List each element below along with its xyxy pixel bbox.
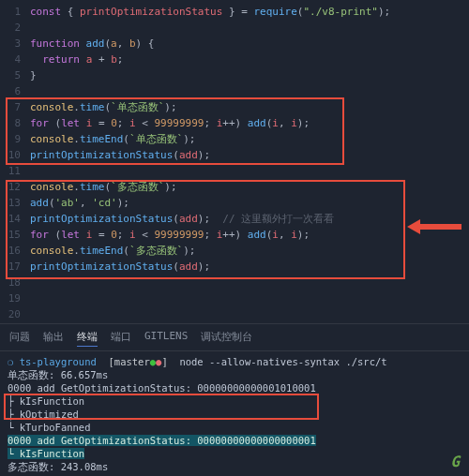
output-k3: └ kTurboFanned: [8, 421, 461, 434]
code-line[interactable]: 4 return a + b;: [0, 52, 469, 67]
code-content[interactable]: [30, 275, 469, 290]
output-status-hl: 0000 add GetOptimizationStatus: 00000000…: [8, 435, 316, 446]
code-content[interactable]: [30, 290, 469, 306]
line-number: 3: [0, 36, 30, 52]
code-content[interactable]: console.time(`多态函数`);: [30, 179, 469, 195]
line-number: 5: [0, 67, 30, 83]
code-line[interactable]: 2: [0, 20, 469, 36]
line-number: 1: [0, 4, 30, 20]
code-line[interactable]: 9console.timeEnd(`单态函数`);: [0, 131, 469, 147]
code-content[interactable]: [30, 83, 469, 99]
tab-gitlens[interactable]: GITLENS: [144, 328, 188, 347]
output-k-hl: └ kIsFunction: [8, 448, 84, 459]
line-number: 16: [0, 243, 30, 259]
panel-tabs: 问题 输出 终端 端口 GITLENS 调试控制台: [0, 324, 469, 351]
code-content[interactable]: printOptimizationStatus(add);: [30, 259, 469, 275]
terminal-command: node --allow-natives-syntax ./src/t: [179, 356, 386, 367]
code-content[interactable]: printOptimizationStatus(add);: [30, 147, 469, 163]
line-number: 7: [0, 99, 30, 115]
code-line[interactable]: 13add('ab', 'cd');: [0, 195, 469, 211]
watermark-icon: G: [450, 453, 460, 470]
line-number: 17: [0, 259, 30, 275]
code-content[interactable]: function add(a, b) {: [30, 36, 469, 52]
code-content[interactable]: console.time(`单态函数`);: [30, 99, 469, 115]
git-branch: [master●●]: [102, 356, 174, 367]
code-line[interactable]: 18: [0, 275, 469, 290]
code-line[interactable]: 16console.timeEnd(`多态函数`);: [0, 243, 469, 259]
code-line[interactable]: 6: [0, 83, 469, 99]
line-number: 10: [0, 147, 30, 163]
line-number: 14: [0, 211, 30, 227]
code-line[interactable]: 3function add(a, b) {: [0, 36, 469, 52]
code-line[interactable]: 1const { printOptimizationStatus } = req…: [0, 4, 469, 20]
output-status-1: 0000 add GetOptimizationStatus: 00000000…: [8, 381, 461, 394]
line-number: 19: [0, 290, 30, 306]
code-line[interactable]: 10printOptimizationStatus(add);: [0, 147, 469, 163]
line-number: 18: [0, 275, 30, 290]
code-content[interactable]: [30, 163, 469, 179]
output-k2: ├ kOptimized: [8, 408, 461, 421]
line-number: 2: [0, 20, 30, 36]
code-line[interactable]: 14printOptimizationStatus(add); // 这里额外打…: [0, 211, 469, 227]
annotation-arrow: [407, 219, 461, 234]
line-number: 12: [0, 179, 30, 195]
code-line[interactable]: 12console.time(`多态函数`);: [0, 179, 469, 195]
code-content[interactable]: console.timeEnd(`单态函数`);: [30, 131, 469, 147]
line-number: 6: [0, 83, 30, 99]
tab-terminal[interactable]: 终端: [77, 328, 98, 347]
line-number: 4: [0, 52, 30, 67]
code-content[interactable]: for (let i = 0; i < 99999999; i++) add(i…: [30, 115, 469, 131]
code-line[interactable]: 15for (let i = 0; i < 99999999; i++) add…: [0, 227, 469, 243]
code-line[interactable]: 7console.time(`单态函数`);: [0, 99, 469, 115]
bottom-panel: 问题 输出 终端 端口 GITLENS 调试控制台 ❍ ts-playgroun…: [0, 323, 469, 476]
line-number: 15: [0, 227, 30, 243]
terminal-output[interactable]: ❍ ts-playground [master●●] node --allow-…: [0, 351, 469, 476]
tab-ports[interactable]: 端口: [111, 328, 131, 347]
output-mono-time: 单态函数: 66.657ms: [8, 368, 461, 381]
code-editor[interactable]: 1const { printOptimizationStatus } = req…: [0, 0, 469, 323]
code-line[interactable]: 11: [0, 163, 469, 179]
code-line[interactable]: 17printOptimizationStatus(add);: [0, 259, 469, 275]
code-content[interactable]: const { printOptimizationStatus } = requ…: [30, 4, 469, 20]
line-number: 20: [0, 306, 30, 322]
output-k1: ├ kIsFunction: [8, 394, 461, 408]
code-line[interactable]: 8for (let i = 0; i < 99999999; i++) add(…: [0, 115, 469, 131]
tab-debug[interactable]: 调试控制台: [201, 328, 252, 347]
code-content[interactable]: [30, 20, 469, 36]
tab-problems[interactable]: 问题: [9, 328, 30, 347]
code-content[interactable]: return a + b;: [30, 52, 469, 67]
code-line[interactable]: 19: [0, 290, 469, 306]
code-content[interactable]: console.timeEnd(`多态函数`);: [30, 243, 469, 259]
code-content[interactable]: add('ab', 'cd');: [30, 195, 469, 211]
code-content[interactable]: }: [30, 67, 469, 83]
line-number: 8: [0, 115, 30, 131]
line-number: 11: [0, 163, 30, 179]
code-line[interactable]: 20: [0, 306, 469, 322]
prompt-icon: ❍ ts-playground: [8, 356, 97, 367]
code-line[interactable]: 5}: [0, 67, 469, 83]
output-poly-time: 多态函数: 243.08ms: [8, 460, 461, 473]
line-number: 9: [0, 131, 30, 147]
code-content[interactable]: for (let i = 0; i < 99999999; i++) add(i…: [30, 227, 469, 243]
tab-output[interactable]: 输出: [43, 328, 64, 347]
line-number: 13: [0, 195, 30, 211]
code-content[interactable]: printOptimizationStatus(add); // 这里额外打一次…: [30, 211, 469, 227]
code-content[interactable]: [30, 306, 469, 322]
